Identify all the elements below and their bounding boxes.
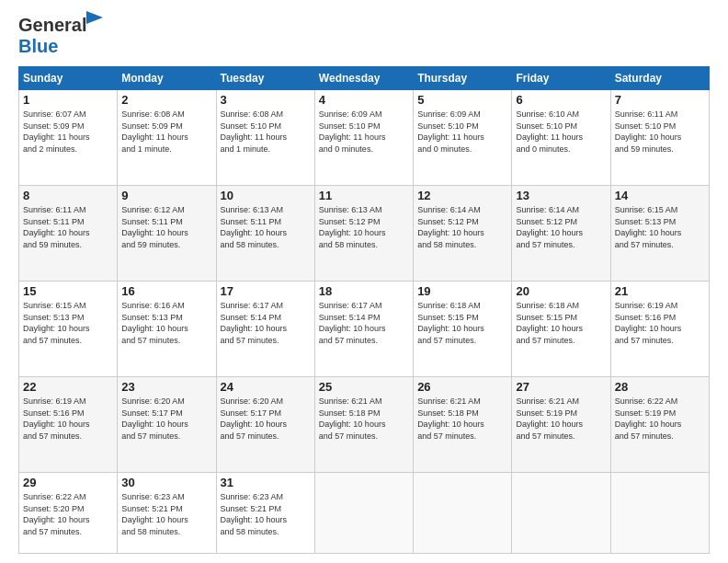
day-info: Sunrise: 6:14 AMSunset: 5:12 PMDaylight:… <box>417 204 507 250</box>
day-number: 7 <box>615 93 705 107</box>
day-info: Sunrise: 6:14 AMSunset: 5:12 PMDaylight:… <box>516 204 606 250</box>
day-info: Sunrise: 6:08 AMSunset: 5:10 PMDaylight:… <box>221 109 311 155</box>
day-number: 9 <box>121 189 211 202</box>
calendar-cell: 18Sunrise: 6:17 AMSunset: 5:14 PMDayligh… <box>314 282 413 377</box>
weekday-header-row: SundayMondayTuesdayWednesdayThursdayFrid… <box>19 67 710 90</box>
calendar-cell: 12Sunrise: 6:14 AMSunset: 5:12 PMDayligh… <box>414 186 512 282</box>
logo-text: General Blue <box>18 15 86 57</box>
calendar-cell: 2Sunrise: 6:08 AMSunset: 5:09 PMDaylight… <box>118 90 216 186</box>
day-info: Sunrise: 6:22 AMSunset: 5:20 PMDaylight:… <box>23 491 113 537</box>
day-number: 4 <box>319 93 409 107</box>
calendar-cell: 11Sunrise: 6:13 AMSunset: 5:12 PMDayligh… <box>314 186 413 282</box>
day-info: Sunrise: 6:15 AMSunset: 5:13 PMDaylight:… <box>615 204 705 250</box>
calendar-cell: 23Sunrise: 6:20 AMSunset: 5:17 PMDayligh… <box>118 377 216 473</box>
day-number: 12 <box>417 189 507 202</box>
day-number: 29 <box>23 476 113 489</box>
day-number: 17 <box>221 284 311 298</box>
day-info: Sunrise: 6:11 AMSunset: 5:10 PMDaylight:… <box>615 109 705 155</box>
day-info: Sunrise: 6:09 AMSunset: 5:10 PMDaylight:… <box>417 109 507 155</box>
day-info: Sunrise: 6:12 AMSunset: 5:11 PMDaylight:… <box>121 204 211 250</box>
calendar-cell: 14Sunrise: 6:15 AMSunset: 5:13 PMDayligh… <box>610 186 709 282</box>
header: General Blue <box>18 15 710 57</box>
day-number: 11 <box>319 189 409 202</box>
weekday-thursday: Thursday <box>414 67 512 90</box>
calendar-cell: 7Sunrise: 6:11 AMSunset: 5:10 PMDaylight… <box>610 90 709 186</box>
week-row-4: 22Sunrise: 6:19 AMSunset: 5:16 PMDayligh… <box>19 377 710 473</box>
day-number: 3 <box>221 93 311 107</box>
day-number: 15 <box>23 284 113 298</box>
day-info: Sunrise: 6:17 AMSunset: 5:14 PMDaylight:… <box>221 300 311 346</box>
day-info: Sunrise: 6:18 AMSunset: 5:15 PMDaylight:… <box>417 300 507 346</box>
day-number: 24 <box>221 380 311 394</box>
week-row-2: 8Sunrise: 6:11 AMSunset: 5:11 PMDaylight… <box>19 186 710 282</box>
day-info: Sunrise: 6:20 AMSunset: 5:17 PMDaylight:… <box>221 396 311 442</box>
calendar-cell: 17Sunrise: 6:17 AMSunset: 5:14 PMDayligh… <box>216 282 314 377</box>
weekday-monday: Monday <box>118 67 216 90</box>
day-info: Sunrise: 6:13 AMSunset: 5:11 PMDaylight:… <box>221 204 311 250</box>
calendar-cell: 1Sunrise: 6:07 AMSunset: 5:09 PMDaylight… <box>19 90 118 186</box>
calendar-cell: 20Sunrise: 6:18 AMSunset: 5:15 PMDayligh… <box>512 282 610 377</box>
week-row-5: 29Sunrise: 6:22 AMSunset: 5:20 PMDayligh… <box>19 473 710 554</box>
day-number: 13 <box>516 189 606 202</box>
day-number: 25 <box>319 380 409 394</box>
calendar-cell: 4Sunrise: 6:09 AMSunset: 5:10 PMDaylight… <box>314 90 413 186</box>
day-info: Sunrise: 6:21 AMSunset: 5:19 PMDaylight:… <box>516 396 606 442</box>
day-info: Sunrise: 6:19 AMSunset: 5:16 PMDaylight:… <box>615 300 705 346</box>
day-number: 31 <box>221 476 311 489</box>
day-number: 26 <box>417 380 507 394</box>
calendar-cell <box>314 473 413 554</box>
calendar-cell: 24Sunrise: 6:20 AMSunset: 5:17 PMDayligh… <box>216 377 314 473</box>
calendar-cell: 15Sunrise: 6:15 AMSunset: 5:13 PMDayligh… <box>19 282 118 377</box>
calendar-cell: 30Sunrise: 6:23 AMSunset: 5:21 PMDayligh… <box>118 473 216 554</box>
day-number: 28 <box>615 380 705 394</box>
week-row-1: 1Sunrise: 6:07 AMSunset: 5:09 PMDaylight… <box>19 90 710 186</box>
day-info: Sunrise: 6:13 AMSunset: 5:12 PMDaylight:… <box>319 204 409 250</box>
calendar-cell <box>414 473 512 554</box>
calendar-cell: 22Sunrise: 6:19 AMSunset: 5:16 PMDayligh… <box>19 377 118 473</box>
day-info: Sunrise: 6:20 AMSunset: 5:17 PMDaylight:… <box>121 396 211 442</box>
day-number: 21 <box>615 284 705 298</box>
day-info: Sunrise: 6:23 AMSunset: 5:21 PMDaylight:… <box>121 491 211 537</box>
day-info: Sunrise: 6:17 AMSunset: 5:14 PMDaylight:… <box>319 300 409 346</box>
svg-marker-0 <box>86 11 103 24</box>
calendar-cell: 16Sunrise: 6:16 AMSunset: 5:13 PMDayligh… <box>118 282 216 377</box>
calendar-cell <box>610 473 709 554</box>
calendar-cell: 8Sunrise: 6:11 AMSunset: 5:11 PMDaylight… <box>19 186 118 282</box>
weekday-sunday: Sunday <box>19 67 118 90</box>
calendar-cell: 3Sunrise: 6:08 AMSunset: 5:10 PMDaylight… <box>216 90 314 186</box>
calendar-table: SundayMondayTuesdayWednesdayThursdayFrid… <box>18 66 710 554</box>
calendar-cell: 9Sunrise: 6:12 AMSunset: 5:11 PMDaylight… <box>118 186 216 282</box>
calendar-cell: 19Sunrise: 6:18 AMSunset: 5:15 PMDayligh… <box>414 282 512 377</box>
day-number: 6 <box>516 93 606 107</box>
calendar-cell: 5Sunrise: 6:09 AMSunset: 5:10 PMDaylight… <box>414 90 512 186</box>
day-number: 16 <box>121 284 211 298</box>
weekday-saturday: Saturday <box>610 67 709 90</box>
calendar-cell: 10Sunrise: 6:13 AMSunset: 5:11 PMDayligh… <box>216 186 314 282</box>
day-info: Sunrise: 6:16 AMSunset: 5:13 PMDaylight:… <box>121 300 211 346</box>
calendar-cell: 27Sunrise: 6:21 AMSunset: 5:19 PMDayligh… <box>512 377 610 473</box>
page: General Blue SundayMondayTuesdayWednesda… <box>0 0 728 563</box>
calendar-cell <box>512 473 610 554</box>
day-number: 8 <box>23 189 113 202</box>
calendar-cell: 31Sunrise: 6:23 AMSunset: 5:21 PMDayligh… <box>216 473 314 554</box>
weekday-wednesday: Wednesday <box>314 67 413 90</box>
day-info: Sunrise: 6:21 AMSunset: 5:18 PMDaylight:… <box>417 396 507 442</box>
calendar-cell: 13Sunrise: 6:14 AMSunset: 5:12 PMDayligh… <box>512 186 610 282</box>
calendar-cell: 26Sunrise: 6:21 AMSunset: 5:18 PMDayligh… <box>414 377 512 473</box>
day-info: Sunrise: 6:08 AMSunset: 5:09 PMDaylight:… <box>121 109 211 155</box>
day-number: 22 <box>23 380 113 394</box>
day-info: Sunrise: 6:10 AMSunset: 5:10 PMDaylight:… <box>516 109 606 155</box>
day-number: 2 <box>121 93 211 107</box>
calendar-cell: 25Sunrise: 6:21 AMSunset: 5:18 PMDayligh… <box>314 377 413 473</box>
day-number: 23 <box>121 380 211 394</box>
day-number: 10 <box>221 189 311 202</box>
day-number: 30 <box>121 476 211 489</box>
day-info: Sunrise: 6:21 AMSunset: 5:18 PMDaylight:… <box>319 396 409 442</box>
day-number: 14 <box>615 189 705 202</box>
day-info: Sunrise: 6:22 AMSunset: 5:19 PMDaylight:… <box>615 396 705 442</box>
weekday-tuesday: Tuesday <box>216 67 314 90</box>
week-row-3: 15Sunrise: 6:15 AMSunset: 5:13 PMDayligh… <box>19 282 710 377</box>
weekday-friday: Friday <box>512 67 610 90</box>
calendar-cell: 21Sunrise: 6:19 AMSunset: 5:16 PMDayligh… <box>610 282 709 377</box>
day-info: Sunrise: 6:18 AMSunset: 5:15 PMDaylight:… <box>516 300 606 346</box>
